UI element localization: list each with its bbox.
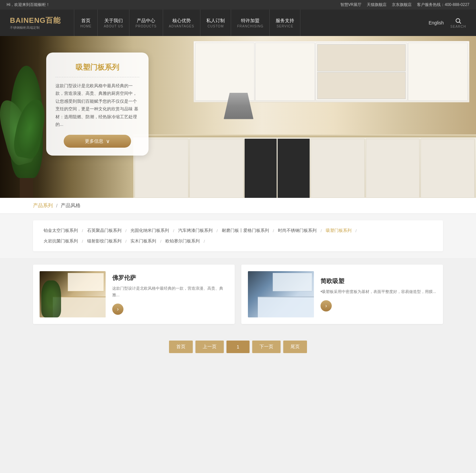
- nav-custom[interactable]: 私人订制 CUSTOM: [200, 10, 231, 36]
- breadcrumb-item-2[interactable]: 产品风格: [61, 202, 81, 209]
- pagination-next-button[interactable]: 下一页: [252, 341, 281, 353]
- cat-quartz[interactable]: 石英聚晶门板系列: [85, 226, 124, 235]
- logo[interactable]: BAINENG百能 不锈钢橱柜高端定制: [10, 16, 61, 30]
- product-1-desc: 这款门型设计是北欧风格中最经典的一款，营造浪漫、高贵、典雅...: [112, 285, 228, 299]
- cat-photocure[interactable]: 光固化纳米门板系列: [128, 226, 172, 235]
- svg-line-1: [459, 22, 461, 23]
- breadcrumb-sep: /: [56, 203, 57, 208]
- main-nav: 首页 HOME 关于我们 ABOUT US 产品中心 PRODUCTS 核心优势…: [74, 10, 428, 36]
- category-row-1: 铂金太空门板系列 / 石英聚晶门板系列 / 光固化纳米门板系列 / 汽车烤漆门板…: [41, 226, 435, 235]
- nav-service[interactable]: 服务支持 SERVICE: [270, 10, 300, 36]
- pagination-last-button[interactable]: 尾页: [283, 341, 307, 353]
- cat-wearproof[interactable]: 耐磨门板丨爱格门板系列: [219, 226, 272, 235]
- nav-franchise[interactable]: 特许加盟 FRANCHISING: [231, 10, 270, 36]
- category-box: 铂金太空门板系列 / 石英聚晶门板系列 / 光固化纳米门板系列 / 汽车烤漆门板…: [33, 220, 443, 251]
- hotline: 客户服务热线：400-888-0227: [417, 2, 469, 8]
- cat-vacuum[interactable]: 吸塑门板系列: [323, 226, 354, 235]
- search-icon: [455, 18, 461, 24]
- plant: [10, 59, 43, 198]
- product-card-1: 佛罗伦萨 这款门型设计是北欧风格中最经典的一款，营造浪漫、高贵、典雅... ›: [33, 265, 235, 324]
- language-switch[interactable]: English: [428, 20, 444, 25]
- arrow-right-icon: ›: [117, 306, 119, 312]
- cat-platinum[interactable]: 铂金太空门板系列: [41, 226, 81, 235]
- arrow-right-icon-2: ›: [325, 303, 327, 309]
- product-2-info: 简欧吸塑 •吸塑板采用中密度板为基材，表面平整度好，容易做造型，用膜... ›: [321, 277, 436, 311]
- card-desc: 这款门型设计是北欧风格中最具经典的一款，营造浪漫、高贵、典雅的厨房空间中，让您感…: [55, 82, 139, 128]
- nav-advantages[interactable]: 核心优势 ADVANTAGES: [163, 10, 201, 36]
- category-section: 铂金太空门板系列 / 石英聚晶门板系列 / 光固化纳米门板系列 / 汽车烤漆门板…: [0, 214, 476, 258]
- product-1-info: 佛罗伦萨 这款门型设计是北欧风格中最经典的一款，营造浪漫、高贵、典雅... ›: [112, 274, 228, 315]
- logo-subtitle: 不锈钢橱柜高端定制: [10, 25, 61, 30]
- search-button[interactable]: SEARCH: [450, 18, 466, 28]
- vr-showroom-link[interactable]: 智慧VR展厅: [340, 2, 362, 8]
- product-card-2: 简欧吸塑 •吸塑板采用中密度板为基材，表面平整度好，容易做造型，用膜... ›: [241, 265, 443, 324]
- card-divider: [55, 77, 139, 77]
- cat-laser[interactable]: 镭射影纹门板系列: [85, 237, 124, 245]
- product-2-image: [248, 271, 314, 317]
- product-1-name: 佛罗伦萨: [112, 274, 228, 282]
- logo-brand: BAINENG百能: [10, 16, 61, 25]
- chevron-down-icon: ∨: [106, 138, 110, 144]
- nav-products[interactable]: 产品中心 PRODUCTS: [129, 10, 163, 36]
- cat-european[interactable]: 欧铂赛尔门板系列: [163, 237, 202, 245]
- product-1-arrow-button[interactable]: ›: [112, 304, 123, 315]
- jd-link[interactable]: 京东旗舰店: [392, 2, 412, 8]
- category-row-2: 火岩抗菌门板系列 / 镭射影纹门板系列 / 实木门板系列 / 欧铂赛尔门板系列 …: [41, 237, 435, 245]
- cat-solid-wood[interactable]: 实木门板系列: [128, 237, 159, 245]
- breadcrumb-item-1[interactable]: 产品系列: [33, 202, 53, 209]
- cat-volcanic[interactable]: 火岩抗菌门板系列: [41, 237, 81, 245]
- nav-home[interactable]: 首页 HOME: [74, 10, 98, 36]
- product-2-desc: •吸塑板采用中密度板为基材，表面平整度好，容易做造型，用膜...: [321, 288, 436, 295]
- products-grid: 佛罗伦萨 这款门型设计是北欧风格中最经典的一款，营造浪漫、高贵、典雅... › …: [33, 265, 443, 324]
- header: BAINENG百能 不锈钢橱柜高端定制 首页 HOME 关于我们 ABOUT U…: [0, 10, 476, 36]
- lower-cabinets: [133, 136, 476, 198]
- pagination-prev-button[interactable]: 上一页: [195, 341, 224, 353]
- hero-banner: 吸塑门板系列 这款门型设计是北欧风格中最具经典的一款，营造浪漫、高贵、典雅的厨房…: [0, 36, 476, 198]
- pagination-current-button[interactable]: 1: [226, 341, 250, 353]
- more-info-button[interactable]: 更多信息 ∨: [64, 135, 131, 148]
- tmall-link[interactable]: 天猫旗舰店: [367, 2, 387, 8]
- greeting: Hi，欢迎来到百能橱柜！: [7, 2, 50, 8]
- nav-about[interactable]: 关于我们 ABOUT US: [98, 10, 129, 36]
- card-title: 吸塑门板系列: [55, 62, 139, 72]
- breadcrumb: 产品系列 / 产品风格: [0, 198, 476, 214]
- pagination-first-button[interactable]: 首页: [169, 341, 193, 353]
- top-bar: Hi，欢迎来到百能橱柜！ 智慧VR展厅 天猫旗舰店 京东旗舰店 客户服务热线：4…: [0, 0, 476, 10]
- pagination-bar: 首页 上一页 1 下一页 尾页: [0, 331, 476, 363]
- product-1-image: [40, 271, 106, 317]
- product-2-arrow-button[interactable]: ›: [321, 300, 332, 311]
- product-2-name: 简欧吸塑: [321, 277, 436, 285]
- nav-right: English SEARCH: [428, 18, 466, 28]
- cat-stainless[interactable]: 时尚不锈钢门板系列: [275, 226, 319, 235]
- top-bar-links: 智慧VR展厅 天猫旗舰店 京东旗舰店 客户服务热线：400-888-0227: [340, 2, 469, 8]
- products-section: 佛罗伦萨 这款门型设计是北欧风格中最经典的一款，营造浪漫、高贵、典雅... › …: [0, 258, 476, 331]
- cat-carwax[interactable]: 汽车烤漆门板系列: [176, 226, 215, 235]
- svg-point-0: [456, 18, 460, 22]
- hero-info-card: 吸塑门板系列 这款门型设计是北欧风格中最具经典的一款，营造浪漫、高贵、典雅的厨房…: [46, 53, 149, 156]
